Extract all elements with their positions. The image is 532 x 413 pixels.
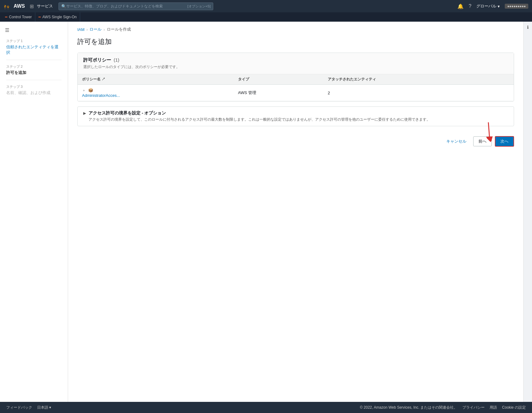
table-row: ＋ 📦 AdministratorAcces... AWS 管理 2 xyxy=(78,85,514,101)
search-shortcut: [オプション+S] xyxy=(188,4,211,9)
search-box[interactable]: 🔍 [オプション+S] xyxy=(58,2,213,10)
search-icon: 🔍 xyxy=(61,4,66,9)
back-button[interactable]: 前へ xyxy=(473,136,492,146)
breadcrumb-roles[interactable]: ロール xyxy=(89,27,102,32)
step-3-num: ステップ 3 xyxy=(6,84,62,89)
search-input[interactable] xyxy=(66,4,185,8)
grid-icon[interactable]: ⊞ xyxy=(30,3,34,9)
footer-right: © 2022, Amazon Web Services, Inc. またはその関… xyxy=(360,405,526,410)
policy-table: ポリシー名 ↗ タイプ アタッチされたエンティティ ＋ xyxy=(78,74,514,101)
sidebar-toggle[interactable]: ☰ xyxy=(0,25,68,36)
step-2: ステップ 2 許可を追加 xyxy=(0,61,68,79)
step-1-num: ステップ 1 xyxy=(6,39,62,43)
access-boundary-card: ▶ アクセス許可の境界を設定 - オプション アクセス許可の境界を設定して、この… xyxy=(77,106,514,126)
permission-policy-subtitle: 選択したロールのタイプには、次のポリシーが必要です。 xyxy=(83,64,508,70)
secondary-navigation: Control Tower AWS Single Sign-On xyxy=(0,12,532,22)
permission-policy-title: 許可ポリシー (1) xyxy=(83,57,508,63)
breadcrumb-iam[interactable]: IAM xyxy=(77,27,84,32)
sso-label: AWS Single Sign-On xyxy=(42,15,77,19)
sso-nav-item[interactable]: AWS Single Sign-On xyxy=(35,12,80,22)
col-policy-name[interactable]: ポリシー名 ↗ xyxy=(78,74,234,85)
access-boundary-title: アクセス許可の境界を設定 - オプション xyxy=(89,110,430,116)
policy-type-cell: AWS 管理 xyxy=(234,85,323,101)
access-boundary-header[interactable]: ▶ アクセス許可の境界を設定 - オプション アクセス許可の境界を設定して、この… xyxy=(78,107,514,126)
breadcrumb-sep-2: › xyxy=(103,27,105,32)
expand-icon[interactable]: ＋ xyxy=(82,88,86,92)
page-wrapper: ☰ ステップ 1 信頼されたエンティティを選択 ステップ 2 許可を追加 ステッ… xyxy=(0,22,532,402)
policy-type-icon: 📦 xyxy=(88,88,93,92)
aws-text: AWS xyxy=(14,3,25,9)
services-label[interactable]: サービス xyxy=(37,3,53,9)
step-1-label[interactable]: 信頼されたエンティティを選択 xyxy=(6,44,62,55)
step-2-num: ステップ 2 xyxy=(6,64,62,69)
policy-name-cell: ＋ 📦 AdministratorAcces... xyxy=(78,85,234,101)
info-icon[interactable]: ℹ xyxy=(527,25,529,402)
info-sidebar: ℹ xyxy=(523,22,532,402)
policy-name-link[interactable]: AdministratorAcces... xyxy=(82,93,229,98)
cookie-link[interactable]: Cookie の設定 xyxy=(502,405,526,410)
step-1: ステップ 1 信頼されたエンティティを選択 xyxy=(0,36,68,58)
nav-right: 🔔 ? グローバル ▾ ●●●●●●●●● xyxy=(457,3,528,9)
chevron-right-icon: ▶ xyxy=(83,111,86,115)
feedback-link[interactable]: フィードバック xyxy=(6,405,32,410)
permission-policy-header: 許可ポリシー (1) 選択したロールのタイプには、次のポリシーが必要です。 xyxy=(78,53,514,74)
step-3: ステップ 3 名前、確認、および作成 xyxy=(0,81,68,99)
control-tower-badge xyxy=(5,17,7,17)
privacy-link[interactable]: プライバシー xyxy=(462,405,485,410)
step-3-label: 名前、確認、および作成 xyxy=(6,90,62,96)
footer-left: フィードバック 日本語 ▾ xyxy=(6,405,51,410)
step-2-label: 許可を追加 xyxy=(6,70,62,75)
sso-badge xyxy=(38,17,41,17)
breadcrumb: IAM › ロール › ロールを作成 xyxy=(77,27,514,32)
top-navigation: AWS ⊞ サービス 🔍 [オプション+S] 🔔 ? グローバル ▾ ●●●●●… xyxy=(0,0,532,12)
breadcrumb-sep-1: › xyxy=(86,27,88,32)
terms-link[interactable]: 用語 xyxy=(490,405,497,410)
aws-logo[interactable]: AWS xyxy=(4,3,25,9)
cancel-button[interactable]: キャンセル xyxy=(443,137,470,146)
bell-icon[interactable]: 🔔 xyxy=(457,3,464,9)
control-tower-label: Control Tower xyxy=(9,15,32,19)
account-icon[interactable]: ●●●●●●●●● xyxy=(505,4,528,9)
col-type[interactable]: タイプ xyxy=(234,74,323,85)
next-button[interactable]: 次へ xyxy=(495,136,514,147)
language-selector[interactable]: 日本語 ▾ xyxy=(37,405,51,410)
control-tower-nav-item[interactable]: Control Tower xyxy=(4,12,35,22)
global-button[interactable]: グローバル ▾ xyxy=(476,3,500,9)
policy-entities-cell: 2 xyxy=(323,85,514,101)
access-boundary-content: アクセス許可の境界を設定 - オプション アクセス許可の境界を設定して、このロー… xyxy=(89,110,430,122)
help-icon[interactable]: ? xyxy=(469,3,471,9)
footer-copyright: © 2022, Amazon Web Services, Inc. またはその関… xyxy=(360,405,457,410)
sidebar: ☰ ステップ 1 信頼されたエンティティを選択 ステップ 2 許可を追加 ステッ… xyxy=(0,22,68,402)
access-boundary-desc: アクセス許可の境界を設定して、このロールに付与されるアクセス許可の最大数を制限し… xyxy=(89,117,430,122)
bottom-footer: フィードバック 日本語 ▾ © 2022, Amazon Web Service… xyxy=(0,402,532,413)
action-bar: キャンセル 前へ 次へ xyxy=(77,131,514,148)
main-content: IAM › ロール › ロールを作成 許可を追加 許可ポリシー (1) 選択した… xyxy=(68,22,523,402)
col-attached-entities[interactable]: アタッチされたエンティティ xyxy=(323,74,514,85)
page-title: 許可を追加 xyxy=(77,37,514,46)
table-header-row: ポリシー名 ↗ タイプ アタッチされたエンティティ xyxy=(78,74,514,85)
breadcrumb-current: ロールを作成 xyxy=(107,27,131,32)
permission-policy-card: 許可ポリシー (1) 選択したロールのタイプには、次のポリシーが必要です。 ポリ… xyxy=(77,53,514,101)
